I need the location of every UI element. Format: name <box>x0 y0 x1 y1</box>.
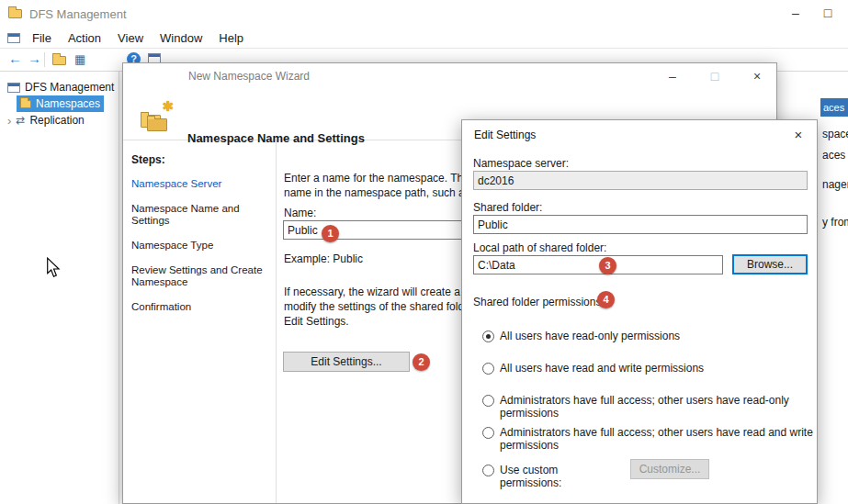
dfs-management-screen: DFS Management – □ File Action View Wind… <box>0 0 848 504</box>
replication-icon: ⇄ <box>16 114 25 127</box>
radio-read-write-label: All users have read and write permission… <box>500 362 818 375</box>
step-badge-1: 1 <box>322 225 339 242</box>
console-tree: DFS Management Namespaces › ⇄ Replicatio… <box>0 72 119 504</box>
note-text-line3: Edit Settings. <box>284 315 349 328</box>
tree-item-dfs-management[interactable]: DFS Management <box>4 79 118 95</box>
browse-button[interactable]: Browse... <box>732 254 808 274</box>
note-text-line1: If necessary, the wizard will create a s… <box>284 286 485 298</box>
toolbar-separator <box>44 52 45 67</box>
edit-settings-title: Edit Settings <box>474 120 536 150</box>
wizard-steps-panel: Steps: Namespace Server Namespace Name a… <box>123 140 277 504</box>
radio-admin-read-write-icon[interactable] <box>482 427 494 439</box>
permission-option-admin-full-read-write[interactable]: Administrators have full access; other u… <box>482 426 818 452</box>
shared-folder-permissions-label: Shared folder permissions: <box>473 296 605 308</box>
permission-option-read-write[interactable]: All users have read and write permission… <box>482 362 818 375</box>
content-pane-header-fragment: aces <box>820 98 848 117</box>
content-fragment-2: aces t <box>822 149 848 162</box>
local-path-input[interactable] <box>473 255 723 274</box>
shared-folder-input[interactable] <box>473 215 808 234</box>
local-path-label: Local path of shared folder: <box>473 241 606 254</box>
radio-custom-label: Use custom permissions: <box>500 464 621 489</box>
forward-icon[interactable]: → <box>28 50 41 66</box>
radio-read-only-icon[interactable] <box>482 330 494 342</box>
app-icon <box>8 9 22 18</box>
export-list-icon[interactable] <box>52 56 66 65</box>
content-fragment-3: nagen <box>822 178 848 191</box>
permission-option-admin-full-read-only[interactable]: Administrators have full access; other u… <box>482 394 818 420</box>
permission-option-custom[interactable]: Use custom permissions: <box>482 464 621 489</box>
radio-custom-icon[interactable] <box>482 465 494 476</box>
edit-settings-dialog: Edit Settings × Namespace server: Shared… <box>461 119 818 504</box>
edit-settings-titlebar: Edit Settings × <box>462 120 817 150</box>
tree-label-root: DFS Management <box>25 81 114 94</box>
note-text-line2: modify the settings of the shared folder… <box>284 300 485 313</box>
menu-bar: File Action View Window Help <box>0 28 848 49</box>
maximize-button[interactable]: □ <box>812 0 843 26</box>
step-confirmation: Confirmation <box>131 301 270 313</box>
wizard-maximize-button: □ <box>694 63 736 89</box>
step-badge-4: 4 <box>597 291 615 308</box>
edit-settings-close-button[interactable]: × <box>780 120 817 150</box>
wizard-title: New Namespace Wizard <box>188 63 310 89</box>
step-badge-3: 3 <box>599 257 616 274</box>
tree-label-namespaces: Namespaces <box>36 97 100 110</box>
menu-window[interactable]: Window <box>152 28 210 49</box>
shared-folder-label: Shared folder: <box>473 201 542 214</box>
menu-view[interactable]: View <box>109 28 152 49</box>
customize-button: Customize... <box>630 459 709 479</box>
minimize-button[interactable]: – <box>780 0 811 26</box>
dfs-management-icon <box>7 83 20 93</box>
permission-option-read-only[interactable]: All users have read-only permissions <box>482 330 818 342</box>
step-review-settings: Review Settings and Create Namespace <box>131 264 270 288</box>
edit-settings-button[interactable]: Edit Settings... <box>283 352 410 372</box>
window-title: DFS Management <box>29 7 127 21</box>
intro-text-line1: Enter a name for the namespace. This na <box>284 172 487 185</box>
mouse-cursor <box>46 257 61 279</box>
tree-label-replication: Replication <box>29 114 84 127</box>
content-fragment-1: space... <box>822 128 848 140</box>
radio-read-only-label: All users have read-only permissions <box>500 330 818 342</box>
namespaces-icon <box>20 100 31 108</box>
radio-admin-read-only-icon[interactable] <box>482 395 494 407</box>
expand-chevron-icon[interactable]: › <box>7 114 11 128</box>
step-badge-2: 2 <box>413 353 430 371</box>
name-label: Name: <box>284 207 316 219</box>
example-text: Example: Public <box>284 252 363 265</box>
steps-heading: Steps: <box>131 153 270 166</box>
wizard-titlebar: New Namespace Wizard – □ × <box>123 63 776 89</box>
namespace-server-input[interactable] <box>473 171 808 190</box>
radio-admin-read-only-label: Administrators have full access; other u… <box>500 394 818 420</box>
content-fragment-4: y from <box>822 216 848 229</box>
radio-read-write-icon[interactable] <box>482 363 494 375</box>
intro-text-line2: name in the namespace path, such as \\ <box>284 186 480 199</box>
menu-file[interactable]: File <box>24 28 60 49</box>
menu-help[interactable]: Help <box>210 28 252 49</box>
tree-item-replication[interactable]: › ⇄ Replication <box>4 112 88 129</box>
console-icon <box>7 33 20 43</box>
tree-item-namespaces[interactable]: Namespaces <box>17 95 104 112</box>
menu-action[interactable]: Action <box>60 28 109 49</box>
namespace-name-input[interactable] <box>283 220 463 240</box>
new-namespace-icon: ✱ <box>139 102 174 133</box>
back-icon[interactable]: ← <box>8 50 22 66</box>
step-namespace-server[interactable]: Namespace Server <box>131 178 270 190</box>
table-view-icon[interactable]: ▦ <box>74 52 85 66</box>
step-namespace-type: Namespace Type <box>131 240 270 252</box>
step-namespace-name-settings: Namespace Name and Settings <box>131 203 270 227</box>
main-titlebar: DFS Management <box>0 0 848 28</box>
wizard-close-button[interactable]: × <box>736 63 777 89</box>
radio-admin-read-write-label: Administrators have full access; other u… <box>500 426 818 452</box>
wizard-minimize-button[interactable]: – <box>651 63 694 89</box>
namespace-server-label: Namespace server: <box>473 157 569 170</box>
